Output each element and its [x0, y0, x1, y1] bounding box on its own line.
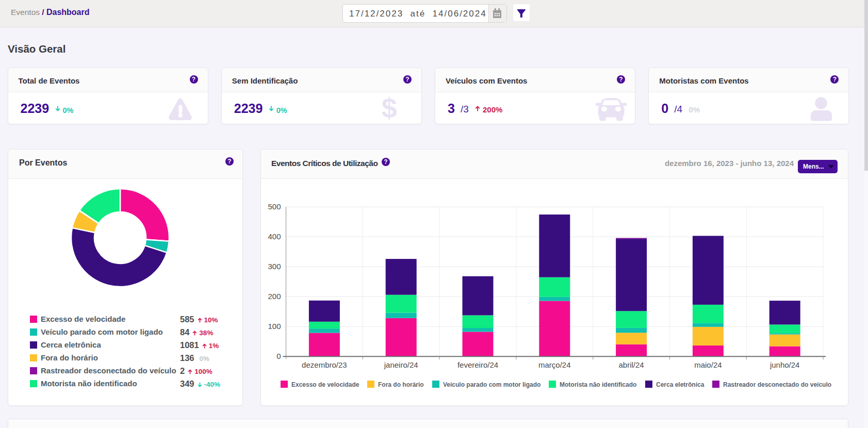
svg-text:março/24: março/24	[538, 360, 571, 369]
svg-text:100: 100	[268, 322, 281, 331]
svg-text:300: 300	[268, 262, 281, 271]
svg-text:fevereiro/24: fevereiro/24	[457, 360, 498, 369]
svg-text:0: 0	[276, 352, 281, 360]
svg-text:400: 400	[268, 232, 281, 241]
svg-text:janeiro/24: janeiro/24	[384, 360, 418, 369]
svg-text:Cerca eletrônica: Cerca eletrônica	[656, 381, 705, 388]
svg-text:200: 200	[268, 292, 281, 301]
svg-text:dezembro/23: dezembro/23	[302, 360, 347, 369]
svg-text:500: 500	[268, 202, 281, 211]
svg-text:Excesso de velocidade: Excesso de velocidade	[291, 381, 359, 388]
svg-text:abril/24: abril/24	[618, 360, 644, 369]
svg-text:junho/24: junho/24	[769, 360, 800, 369]
svg-text:Fora do horário: Fora do horário	[378, 381, 424, 388]
svg-text:Rastreador desconectado do veí: Rastreador desconectado do veículo	[723, 381, 831, 388]
svg-text:Motorista não identificado: Motorista não identificado	[560, 381, 636, 388]
svg-text:Veículo parado com motor ligad: Veículo parado com motor ligado	[443, 381, 541, 388]
svg-text:maio/24: maio/24	[694, 360, 722, 369]
